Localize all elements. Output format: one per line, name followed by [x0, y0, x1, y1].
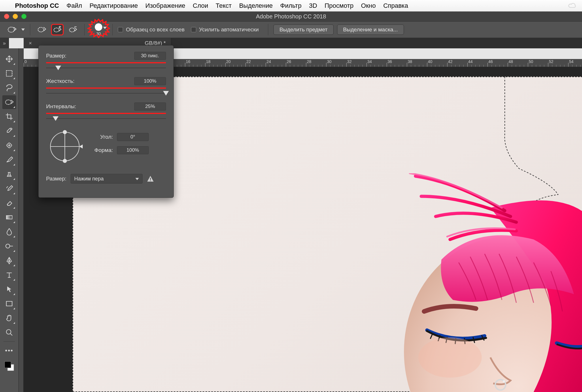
separator — [30, 24, 30, 35]
photo-subject — [355, 173, 582, 392]
menu-filter[interactable]: Фильтр — [280, 2, 302, 9]
brush-roundness-input[interactable]: 100% — [117, 146, 149, 154]
highlight-underline — [46, 87, 166, 89]
sample-all-layers-label: Образец со всех слоев — [126, 26, 185, 33]
brush-size-value: 30 — [96, 31, 101, 36]
svg-rect-25 — [150, 180, 151, 181]
svg-point-17 — [503, 380, 505, 383]
app-name[interactable]: Photoshop CC — [15, 2, 59, 9]
svg-rect-11 — [6, 301, 12, 306]
brush-settings-popup: Размер: 30 пикс. Жесткость: 100% Интерва… — [38, 45, 174, 198]
svg-rect-8 — [6, 216, 12, 219]
options-bar: 30 Образец со всех слоев Усилить автомат… — [0, 21, 582, 38]
rectangle-tool[interactable] — [2, 297, 16, 311]
brush-spacing-input[interactable]: 25% — [134, 102, 166, 111]
window-title: Adobe Photoshop CC 2018 — [0, 13, 582, 20]
crop-tool[interactable] — [2, 110, 16, 123]
brush-angle-control[interactable] — [46, 128, 84, 165]
warning-icon — [147, 175, 154, 182]
dodge-tool[interactable] — [2, 239, 16, 253]
slider-thumb[interactable] — [163, 91, 169, 96]
history-brush-tool[interactable] — [2, 182, 16, 195]
subtract-from-selection-icon[interactable] — [67, 24, 79, 35]
path-selection-tool[interactable] — [2, 282, 16, 296]
window-titlebar: Adobe Photoshop CC 2018 — [0, 12, 582, 21]
svg-point-0 — [8, 27, 14, 32]
vertical-ruler-stub — [19, 48, 24, 392]
window-minimize-button[interactable] — [13, 14, 18, 19]
move-tool[interactable] — [2, 52, 16, 66]
menu-help[interactable]: Справка — [383, 2, 408, 9]
svg-point-9 — [6, 244, 10, 248]
new-selection-icon[interactable] — [35, 24, 48, 35]
brush-size-slider[interactable] — [46, 65, 166, 71]
hand-tool[interactable] — [2, 311, 16, 325]
window-zoom-button[interactable] — [21, 14, 27, 19]
tab-close-icon[interactable]: × — [29, 40, 32, 46]
eraser-tool[interactable] — [2, 196, 16, 210]
sample-all-layers-checkbox[interactable] — [118, 27, 123, 32]
brush-hardness-label: Жесткость: — [46, 78, 75, 84]
brush-size-input[interactable]: 30 пикс. — [134, 52, 166, 60]
eyedropper-tool[interactable] — [2, 124, 16, 138]
menu-window[interactable]: Окно — [361, 2, 376, 9]
menu-image[interactable]: Изображение — [145, 2, 185, 9]
brush-size-label: Размер: — [46, 53, 67, 59]
marquee-tool[interactable] — [2, 66, 16, 80]
svg-point-22 — [63, 130, 67, 134]
svg-point-6 — [5, 100, 11, 104]
slider-thumb[interactable] — [53, 116, 58, 121]
tool-preset-dropdown-icon[interactable] — [21, 28, 25, 31]
blur-tool[interactable] — [2, 225, 16, 239]
brush-tool[interactable] — [2, 153, 16, 167]
lasso-tool[interactable] — [2, 81, 16, 95]
window-close-button[interactable] — [4, 14, 9, 19]
menu-edit[interactable]: Редактирование — [90, 2, 138, 9]
highlight-underline — [46, 113, 166, 114]
mac-menubar: Photoshop CC Файл Редактирование Изображ… — [0, 0, 582, 12]
menu-select[interactable]: Выделение — [239, 2, 273, 9]
svg-point-23 — [63, 159, 67, 163]
brush-picker-dropdown-icon[interactable] — [103, 27, 107, 29]
brush-angle-input[interactable]: 0° — [117, 133, 149, 141]
add-to-selection-icon[interactable] — [51, 24, 64, 35]
healing-brush-tool[interactable] — [2, 138, 16, 152]
svg-rect-24 — [150, 178, 151, 180]
type-tool[interactable] — [2, 268, 16, 282]
slider-thumb[interactable] — [55, 66, 61, 70]
separator — [112, 24, 113, 35]
separator — [84, 24, 85, 35]
brush-dynamics-select[interactable]: Нажим пера — [71, 174, 143, 184]
menu-type[interactable]: Текст — [216, 2, 232, 9]
select-subject-button[interactable]: Выделить предмет — [273, 24, 334, 35]
clone-stamp-tool[interactable] — [2, 167, 16, 181]
select-and-mask-button[interactable]: Выделение и маска... — [337, 24, 404, 35]
menu-view[interactable]: Просмотр — [325, 2, 354, 9]
brush-hardness-slider[interactable] — [46, 90, 166, 96]
separator — [268, 24, 268, 35]
brush-roundness-label: Форма: — [92, 147, 113, 153]
foreground-background-colors[interactable] — [2, 358, 16, 374]
brush-spacing-label: Интервалы: — [46, 103, 76, 110]
tool-preset-icon[interactable] — [6, 24, 18, 35]
zoom-tool[interactable] — [2, 326, 16, 339]
brush-spacing-slider[interactable] — [46, 116, 166, 121]
tool-palette: ••• — [0, 48, 19, 392]
menu-layers[interactable]: Слои — [193, 2, 208, 9]
edit-toolbar-icon[interactable]: ••• — [2, 344, 16, 357]
svg-rect-14 — [5, 361, 11, 368]
window-controls — [0, 14, 27, 19]
gradient-tool[interactable] — [2, 210, 16, 224]
highlight-underline — [46, 62, 166, 63]
brush-hardness-input[interactable]: 100% — [134, 77, 166, 85]
svg-rect-5 — [6, 71, 12, 76]
pen-tool[interactable] — [2, 254, 16, 267]
brush-dynamics-label: Размер: — [46, 176, 67, 182]
cc-cloud-icon[interactable] — [568, 3, 577, 9]
panel-expand-icon[interactable] — [0, 38, 9, 48]
brush-size-picker[interactable]: 30 — [90, 22, 107, 38]
quick-selection-tool[interactable] — [2, 95, 16, 109]
menu-3d[interactable]: 3D — [309, 2, 317, 9]
auto-enhance-checkbox[interactable] — [191, 27, 196, 32]
menu-file[interactable]: Файл — [67, 2, 82, 9]
